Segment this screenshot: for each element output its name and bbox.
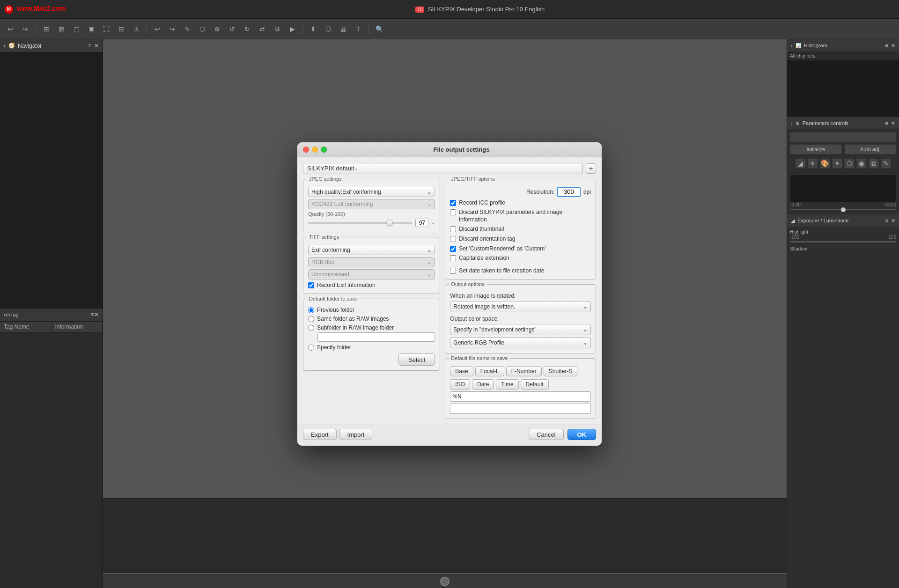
jpeg-tiff-options-group: JPEG/TIFF options Resolution: dpi Record… [445, 179, 596, 280]
radio-specify-label: Specify folder [317, 344, 351, 351]
check-discard-params[interactable] [450, 209, 456, 215]
btn-focal-l[interactable]: Focal-L [475, 366, 504, 376]
jpeg-quality-select-wrapper: High quality:Exif conforming ⌄ [308, 187, 435, 197]
sections-row: JPEG settings High quality:Exif conformi… [303, 179, 596, 419]
tc-arrow: ⌄ [427, 259, 432, 265]
btn-date[interactable]: Date [472, 379, 494, 390]
check-params-row: Discard SILKYPIX parameters and image in… [450, 209, 591, 223]
profile-row: SILKYPIX default ⌄ + [303, 163, 596, 174]
quality-row: Quality (30-100) [308, 211, 435, 217]
radio-same[interactable] [308, 316, 314, 322]
add-profile-btn[interactable]: + [586, 163, 596, 174]
check-custom-label: Set 'CustomRendered' as 'Custom' [459, 245, 545, 253]
when-rotated-wrapper: When an image is rotated: Rotated image … [450, 292, 591, 312]
btn-time[interactable]: Time [496, 379, 518, 390]
ok-btn[interactable]: OK [567, 429, 597, 440]
import-btn[interactable]: Import [339, 429, 373, 440]
traffic-lights [303, 147, 327, 153]
radio-previous-row: Previous folder [308, 307, 435, 313]
btn-shutter-s[interactable]: Shutter-S [544, 366, 578, 376]
action-left: Export Import [303, 429, 372, 440]
dialog-title: File output settings [327, 146, 596, 153]
check-icc[interactable] [450, 200, 456, 206]
cancel-btn[interactable]: Cancel [529, 429, 563, 440]
right-groups: JPEG/TIFF options Resolution: dpi Record… [445, 179, 596, 419]
btn-base[interactable]: Base [450, 366, 473, 376]
close-window-btn[interactable] [303, 147, 309, 153]
check-thumb-label: Discard thumbnail [459, 226, 504, 233]
radio-previous[interactable] [308, 307, 314, 313]
tiff-compress-select[interactable]: Uncompressed ⌄ [308, 269, 435, 279]
color-space-wrapper: Output color space: Specify in "developm… [450, 315, 591, 348]
check-discard-orient[interactable] [450, 236, 456, 242]
rotated-select[interactable]: Rotated image is written. ⌄ [450, 301, 591, 312]
jss-arrow: ⌄ [427, 201, 432, 207]
minimize-window-btn[interactable] [312, 147, 318, 153]
tiff-record-checkbox[interactable] [308, 282, 314, 288]
when-rotated-label: When an image is rotated: [450, 293, 516, 299]
gr-arrow: ⌄ [583, 339, 588, 346]
check-capitalize-label: Capitalize extension [459, 255, 509, 262]
profile-select-arrow: ⌄ [354, 166, 358, 171]
select-btn-area: Select [308, 353, 435, 366]
subfolder-text-input[interactable] [317, 332, 435, 342]
generic-rgb-select[interactable]: Generic RGB Profile ⌄ [450, 337, 591, 348]
check-date-label: Set date taken to file creation date [459, 267, 544, 275]
resolution-unit: dpi [583, 189, 591, 195]
tiff-color-select[interactable]: RGB 8bit ⌄ [308, 257, 435, 267]
jpeg-legend: JPEG settings [307, 176, 344, 182]
check-capitalize[interactable] [450, 255, 456, 261]
resolution-label: Resolution: [526, 189, 554, 195]
dialog-titlebar: File output settings [297, 142, 602, 157]
radio-subfolder[interactable] [308, 325, 314, 331]
resolution-row: Resolution: dpi [450, 187, 591, 197]
color-space-select[interactable]: Specify in "development settings" ⌄ [450, 324, 591, 335]
maximize-window-btn[interactable] [321, 147, 327, 153]
output-options-group: Output options When an image is rotated:… [445, 284, 596, 353]
radio-subfolder-row: Subfolder in RAW image folder [308, 324, 435, 331]
check-orient-row: Discard orientation tag [450, 235, 591, 243]
jpeg-quality-select[interactable]: High quality:Exif conforming ⌄ [308, 187, 435, 197]
check-params-label: Discard SILKYPIX parameters and image in… [459, 209, 591, 223]
folder-radios: Previous folder Same folder as RAW image… [308, 307, 435, 351]
file-output-dialog: File output settings SILKYPIX default ⌄ … [297, 142, 602, 446]
check-icc-row: Record ICC profile [450, 199, 591, 207]
check-icc-label: Record ICC profile [459, 199, 505, 207]
quality-value-input[interactable] [415, 219, 428, 227]
btn-iso[interactable]: ISO [450, 379, 470, 390]
default-filename-group: Default file name to save Base Focal-L F… [445, 358, 596, 419]
output-legend: Output options [449, 281, 486, 287]
export-btn[interactable]: Export [303, 429, 337, 440]
check-orient-label: Discard orientation tag [459, 235, 515, 243]
tiff-select[interactable]: Exif conforming ⌄ [308, 245, 435, 255]
quality-slider-track[interactable] [308, 222, 413, 224]
btn-default[interactable]: Default [521, 379, 549, 390]
ts-arrow: ⌄ [427, 247, 432, 253]
dialog-body: SILKYPIX default ⌄ + JPEG settings [297, 157, 602, 425]
tiff-legend: TIFF settings [307, 234, 341, 240]
filename-input-1[interactable] [450, 391, 591, 402]
quality-slider-thumb[interactable] [386, 220, 393, 226]
radio-specify[interactable] [308, 345, 314, 351]
spacer [450, 262, 591, 265]
check-custom-rendered[interactable] [450, 246, 456, 252]
tiff-record-row: Record Exif information [308, 282, 435, 289]
select-folder-btn[interactable]: Select [398, 353, 435, 366]
quality-stepper[interactable]: ⌄ [431, 220, 435, 225]
check-discard-thumb[interactable] [450, 226, 456, 232]
jqs-arrow: ⌄ [427, 189, 432, 195]
tiff-settings-group: TIFF settings Exif conforming ⌄ RGB 8bit… [303, 237, 440, 294]
jpeg-subsampling-select[interactable]: YCC422 Exif conforming ⌄ [308, 199, 435, 209]
resolution-input[interactable] [557, 187, 581, 197]
default-folder-legend: Default folder to save [307, 296, 360, 301]
jpeg-settings-group: JPEG settings High quality:Exif conformi… [303, 179, 440, 232]
filename-buttons: Base Focal-L F-Number Shutter-S [450, 366, 591, 376]
radio-same-label: Same folder as RAW images [317, 316, 389, 322]
btn-f-number[interactable]: F-Number [506, 366, 542, 376]
profile-select[interactable]: SILKYPIX default ⌄ [303, 163, 583, 174]
tcomp-arrow: ⌄ [427, 271, 432, 278]
check-date-taken[interactable] [450, 268, 456, 274]
default-filename-legend: Default file name to save [449, 355, 509, 361]
filename-input-2[interactable] [450, 404, 591, 414]
radio-subfolder-label: Subfolder in RAW image folder [317, 324, 394, 331]
